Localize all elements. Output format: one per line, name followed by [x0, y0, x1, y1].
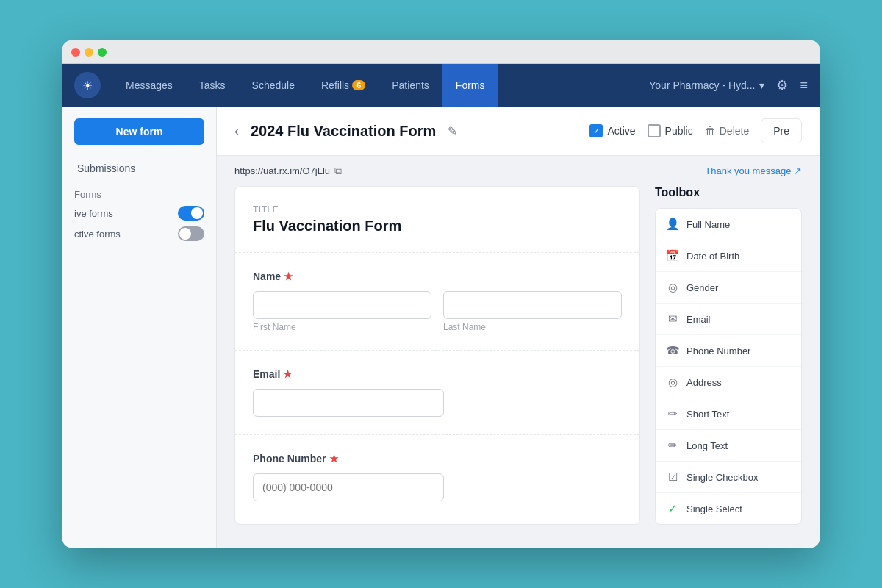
calendar-icon: 📅 [666, 249, 679, 262]
form-title-value: Flu Vaccination Form [253, 218, 622, 234]
nav-patients[interactable]: Patients [379, 64, 442, 107]
active-checkbox[interactable]: ✓ [589, 124, 603, 137]
checkbox-icon: ☑ [666, 470, 679, 484]
toolbox-email[interactable]: ✉ Email [656, 304, 801, 335]
toolbox-phone-number[interactable]: ☎ Phone Number [656, 335, 801, 367]
sidebar: New form Submissions Forms ive forms cti… [62, 107, 217, 548]
sidebar-forms-label: Forms [74, 189, 204, 200]
phone-input[interactable] [253, 473, 444, 501]
long-text-icon: ✏ [666, 439, 679, 452]
form-url: https://uat.rx.im/O7jLlu ⧉ [234, 165, 342, 177]
content-area: ‹ 2024 Flu Vaccination Form ✎ ✓ Active P… [217, 107, 820, 548]
browser-window: ☀ Messages Tasks Schedule Refills 6 Pati… [62, 40, 820, 548]
phone-icon: ☎ [666, 344, 679, 357]
check-done-icon: ✓ [666, 502, 679, 515]
toolbox-card: 👤 Full Name 📅 Date of Birth ◎ Gender [655, 208, 802, 525]
last-name-input[interactable] [443, 291, 622, 319]
nav-messages[interactable]: Messages [112, 64, 186, 107]
pharmacy-selector[interactable]: Your Pharmacy - Hyd... ▾ [649, 79, 764, 91]
trash-icon: 🗑 [705, 125, 715, 137]
nav-icons: ⚙ ≡ [776, 77, 808, 93]
form-title-section: Title Flu Vaccination Form [235, 187, 639, 253]
name-required: ★ [284, 270, 293, 282]
title-label: Title [253, 204, 622, 215]
toolbox: Toolbox 👤 Full Name 📅 Date of Birth ◎ [655, 186, 802, 525]
logo-icon: ☀ [82, 79, 93, 93]
form-header: ‹ 2024 Flu Vaccination Form ✎ ✓ Active P… [217, 107, 820, 156]
name-field-label: Name ★ [253, 270, 622, 282]
header-actions: ✓ Active Public 🗑 Delete Pre [589, 118, 802, 143]
main-area: New form Submissions Forms ive forms cti… [62, 107, 820, 548]
name-field-section: Name ★ First Name Last Name [235, 253, 639, 351]
copy-icon[interactable]: ⧉ [334, 165, 342, 177]
active-forms-toggle-row: ive forms [74, 206, 204, 220]
first-name-sublabel: First Name [253, 322, 431, 332]
toolbox-long-text[interactable]: ✏ Long Text [656, 430, 801, 462]
email-required: ★ [283, 368, 293, 380]
inactive-forms-toggle-row: ctive forms [74, 226, 204, 241]
toolbox-single-checkbox[interactable]: ☑ Single Checkbox [656, 462, 801, 493]
sidebar-section: Submissions Forms ive forms ctive forms [62, 157, 216, 241]
public-checkbox-label[interactable]: Public [648, 124, 693, 137]
phone-field-section: Phone Number ★ [235, 435, 639, 519]
close-dot[interactable] [71, 48, 80, 57]
refills-badge: 6 [352, 80, 365, 90]
public-checkbox[interactable] [648, 124, 661, 137]
email-field-label: Email ★ [253, 368, 622, 380]
nav-schedule[interactable]: Schedule [239, 64, 308, 107]
toolbox-title: Toolbox [655, 186, 802, 199]
first-name-input[interactable] [253, 291, 431, 319]
delete-button[interactable]: 🗑 Delete [705, 125, 749, 137]
first-name-field: First Name [253, 291, 431, 332]
title-bar [62, 40, 820, 64]
maximize-dot[interactable] [98, 48, 107, 57]
nav-tasks[interactable]: Tasks [186, 64, 239, 107]
thank-you-message-link[interactable]: Thank you message ↗ [705, 165, 802, 176]
form-builder: Title Flu Vaccination Form Name ★ First [234, 186, 640, 525]
last-name-field: Last Name [443, 291, 622, 332]
email-input[interactable] [253, 389, 444, 417]
toolbox-date-of-birth[interactable]: 📅 Date of Birth [656, 240, 801, 272]
email-field-section: Email ★ [235, 351, 639, 435]
envelope-icon: ✉ [666, 312, 679, 326]
active-checkbox-label[interactable]: ✓ Active [589, 124, 635, 137]
toolbox-short-text[interactable]: ✏ Short Text [656, 398, 801, 430]
minimize-dot[interactable] [85, 48, 93, 57]
name-fields-container: First Name Last Name [253, 291, 622, 332]
toolbox-address[interactable]: ◎ Address [656, 367, 801, 398]
toolbox-single-select[interactable]: ✓ Single Select [656, 493, 801, 524]
nav-forms[interactable]: Forms [442, 64, 498, 107]
toolbox-full-name[interactable]: 👤 Full Name [656, 209, 801, 240]
nav-logo: ☀ [74, 72, 101, 98]
gender-icon: ◎ [666, 281, 679, 294]
toolbox-gender[interactable]: ◎ Gender [656, 272, 801, 304]
new-form-button[interactable]: New form [74, 118, 204, 145]
phone-field-label: Phone Number ★ [253, 453, 622, 465]
inactive-forms-toggle[interactable] [178, 226, 204, 241]
edit-title-icon[interactable]: ✎ [448, 124, 457, 138]
settings-icon[interactable]: ⚙ [776, 77, 788, 93]
last-name-sublabel: Last Name [443, 322, 622, 332]
chevron-down-icon: ▾ [759, 79, 764, 91]
person-icon: 👤 [666, 218, 679, 231]
location-icon: ◎ [666, 376, 679, 389]
back-button[interactable]: ‹ [234, 123, 239, 139]
url-bar: https://uat.rx.im/O7jLlu ⧉ Thank you mes… [217, 156, 820, 186]
nav-refills[interactable]: Refills 6 [308, 64, 379, 107]
preview-button[interactable]: Pre [761, 118, 802, 143]
short-text-icon: ✏ [666, 407, 679, 420]
phone-required: ★ [329, 453, 339, 465]
navbar: ☀ Messages Tasks Schedule Refills 6 Pati… [62, 64, 820, 107]
external-link-icon: ↗ [794, 165, 802, 176]
hamburger-icon[interactable]: ≡ [800, 78, 808, 93]
active-forms-toggle[interactable] [178, 206, 204, 220]
sidebar-item-submissions[interactable]: Submissions [74, 157, 204, 180]
form-title: 2024 Flu Vaccination Form [251, 123, 436, 140]
form-toolbox-area: Title Flu Vaccination Form Name ★ First [217, 186, 820, 542]
